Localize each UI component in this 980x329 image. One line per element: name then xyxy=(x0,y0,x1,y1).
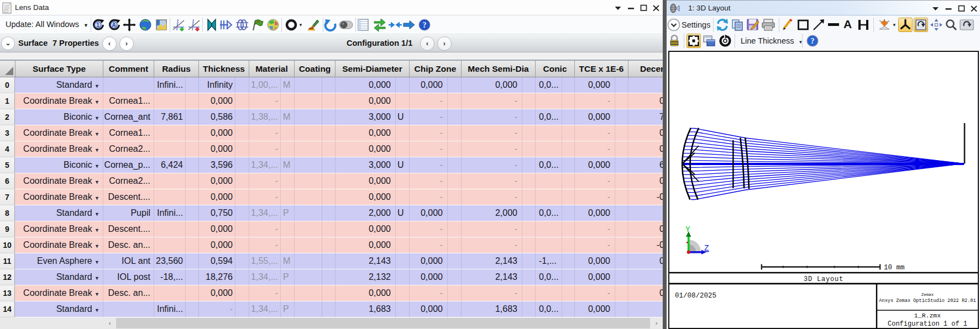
svg-text:Y: Y xyxy=(685,225,690,234)
svg-text:1: 1 xyxy=(96,22,99,28)
svg-text:A: A xyxy=(112,22,116,28)
svg-text:3D Layout: 3D Layout xyxy=(804,275,843,283)
svg-text:1_R.zmx: 1_R.zmx xyxy=(914,312,941,319)
svg-text:01/08/2025: 01/08/2025 xyxy=(675,292,716,300)
svg-text:Z: Z xyxy=(704,244,709,253)
svg-text:10 mm: 10 mm xyxy=(884,264,905,272)
svg-text:Configuration 1 of 1: Configuration 1 of 1 xyxy=(888,320,967,328)
svg-text:?: ? xyxy=(423,21,427,29)
svg-text:Ansys Zemax OpticStudio 2022 R: Ansys Zemax OpticStudio 2022 R2.01 xyxy=(879,298,976,304)
svg-text:?: ? xyxy=(811,37,815,45)
svg-text:Zemax: Zemax xyxy=(921,293,934,297)
